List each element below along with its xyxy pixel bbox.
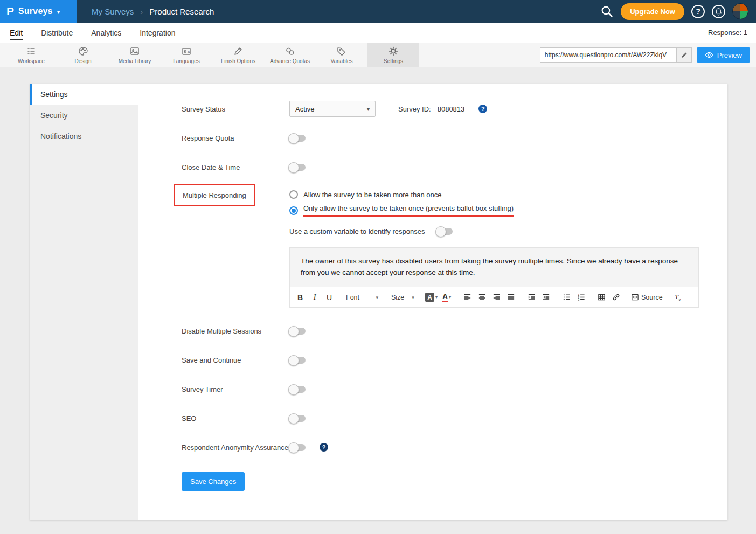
anonymity-help-icon[interactable]: ? xyxy=(320,443,328,452)
indent-increase-button[interactable] xyxy=(524,290,538,304)
eye-icon xyxy=(705,51,713,59)
align-left-button[interactable] xyxy=(460,290,474,304)
breadcrumb-my-surveys[interactable]: My Surveys xyxy=(92,7,134,16)
underline-button[interactable]: U xyxy=(322,290,336,304)
toolbar-label-workspace: Workspace xyxy=(18,58,45,64)
toolbar-item-variables[interactable]: Variables xyxy=(316,43,367,67)
workspace-icon xyxy=(26,46,37,57)
editor-toolbar: B I U Font ▾ Size ▾ A xyxy=(290,287,698,307)
search-icon[interactable] xyxy=(600,5,614,18)
remove-format-button[interactable]: Tx xyxy=(671,290,685,304)
user-avatar[interactable] xyxy=(732,3,748,19)
align-right-button[interactable] xyxy=(489,290,503,304)
toolbar-item-advance-quotas[interactable]: Advance Quotas xyxy=(264,43,316,67)
variables-tag-icon xyxy=(336,46,347,57)
tab-distribute[interactable]: Distribute xyxy=(32,29,82,37)
anonymity-toggle[interactable] xyxy=(289,444,306,451)
radio-option-only-once[interactable]: Only allow the survey to be taken once (… xyxy=(289,204,514,217)
sidebar-item-security[interactable]: Security xyxy=(30,105,138,126)
font-dropdown[interactable]: Font ▾ xyxy=(343,290,382,304)
align-justify-button[interactable] xyxy=(504,290,518,304)
page-body: Settings Security Notifications Survey S… xyxy=(0,84,756,534)
source-button-label: Source xyxy=(641,294,663,301)
survey-status-select[interactable]: Active ▾ xyxy=(289,101,376,117)
radio-unselected-icon[interactable] xyxy=(289,190,298,199)
chevron-down-icon: ▾ xyxy=(449,295,451,300)
close-date-row: Close Date & Time xyxy=(182,160,699,174)
survey-id-label: Survey ID: xyxy=(398,105,431,113)
help-icon[interactable]: ? xyxy=(691,5,705,18)
text-color-button[interactable]: A ▾ xyxy=(440,290,454,304)
settings-form: Survey Status Active ▾ Survey ID: 808081… xyxy=(138,84,727,520)
toolbar-item-languages[interactable]: A Languages xyxy=(161,43,212,67)
edit-url-pencil-icon[interactable] xyxy=(676,48,691,62)
chevron-down-icon: ▾ xyxy=(435,295,438,300)
indent-decrease-button[interactable] xyxy=(539,290,553,304)
toolbar-item-settings[interactable]: Settings xyxy=(367,43,419,67)
background-color-a-glyph: A xyxy=(425,293,434,302)
source-button[interactable]: Source xyxy=(629,290,664,304)
toolbar-label-media-library: Media Library xyxy=(119,58,151,64)
multiple-responding-label-col: Multiple Responding xyxy=(182,190,289,206)
background-color-button[interactable]: A ▾ xyxy=(424,290,439,304)
help-glyph: ? xyxy=(696,7,700,16)
notifications-bell-icon[interactable] xyxy=(712,5,725,18)
toolbar-item-workspace[interactable]: Workspace xyxy=(5,43,57,67)
radio-option-multiple-allowed[interactable]: Allow the survey to be taken more than o… xyxy=(289,190,514,199)
tab-integration[interactable]: Integration xyxy=(130,29,184,37)
disable-sessions-toggle[interactable] xyxy=(289,328,306,335)
settings-sidebar: Settings Security Notifications xyxy=(30,84,138,520)
save-changes-button[interactable]: Save Changes xyxy=(182,472,245,491)
upgrade-now-button[interactable]: Upgrade Now xyxy=(621,3,684,20)
finish-options-pen-icon xyxy=(233,46,244,57)
survey-timer-toggle[interactable] xyxy=(289,386,306,393)
seo-row: SEO xyxy=(182,411,699,425)
anonymity-label: Respondent Anonymity Assurance xyxy=(182,443,289,452)
surveys-product-menu[interactable]: P Surveys ▾ xyxy=(0,0,77,23)
response-quota-label: Response Quota xyxy=(182,134,289,142)
advance-quotas-icon xyxy=(285,46,295,57)
sidebar-item-notifications[interactable]: Notifications xyxy=(30,126,138,147)
seo-toggle[interactable] xyxy=(289,415,306,422)
radio-multiple-allowed-label: Allow the survey to be taken more than o… xyxy=(303,191,442,199)
save-continue-toggle[interactable] xyxy=(289,357,306,364)
media-library-icon xyxy=(129,46,140,57)
toolbar-item-design[interactable]: Design xyxy=(57,43,109,67)
multiple-responding-options: Allow the survey to be taken more than o… xyxy=(289,190,514,217)
toolbar-label-variables: Variables xyxy=(331,58,353,64)
insert-table-button[interactable] xyxy=(594,290,608,304)
insert-link-button[interactable] xyxy=(609,290,623,304)
toolbar-item-media-library[interactable]: Media Library xyxy=(109,43,161,67)
sidebar-item-settings[interactable]: Settings xyxy=(30,84,138,105)
sidebar-security-label: Security xyxy=(40,111,68,120)
sidebar-settings-label: Settings xyxy=(40,90,68,99)
survey-url-input[interactable] xyxy=(540,48,676,62)
font-dropdown-label: Font xyxy=(346,294,359,301)
bulleted-list-button[interactable] xyxy=(559,290,573,304)
numbered-list-button[interactable]: 123 xyxy=(574,290,588,304)
sidebar-rest: Security Notifications xyxy=(30,105,138,520)
toolbar-right: Preview xyxy=(540,43,756,67)
tab-edit[interactable]: Edit xyxy=(9,29,32,37)
close-date-toggle[interactable] xyxy=(289,164,306,171)
radio-selected-icon[interactable] xyxy=(289,206,298,215)
survey-id-help-icon[interactable]: ? xyxy=(478,105,487,113)
annotation-red-box: Multiple Responding xyxy=(174,184,255,206)
custom-variable-toggle[interactable] xyxy=(436,228,453,235)
toolbar-label-languages: Languages xyxy=(173,58,200,64)
tab-analytics[interactable]: Analytics xyxy=(82,29,130,37)
close-date-label: Close Date & Time xyxy=(182,163,289,171)
languages-icon: A xyxy=(181,46,192,57)
italic-button[interactable]: I xyxy=(308,290,322,304)
editor-content[interactable]: The owner of this survey has disabled us… xyxy=(290,248,698,287)
bold-button[interactable]: B xyxy=(293,290,307,304)
response-quota-toggle[interactable] xyxy=(289,135,306,142)
disabled-message-editor: The owner of this survey has disabled us… xyxy=(289,247,699,308)
preview-button[interactable]: Preview xyxy=(697,47,750,63)
align-center-button[interactable] xyxy=(475,290,489,304)
toolbar-item-finish-options[interactable]: Finish Options xyxy=(212,43,264,67)
chevron-down-icon: ▾ xyxy=(367,106,370,112)
edit-toolbar: Workspace Design Media Library A Languag… xyxy=(0,43,756,67)
breadcrumb-current-survey: Product Research xyxy=(149,7,214,16)
size-dropdown[interactable]: Size ▾ xyxy=(388,290,417,304)
